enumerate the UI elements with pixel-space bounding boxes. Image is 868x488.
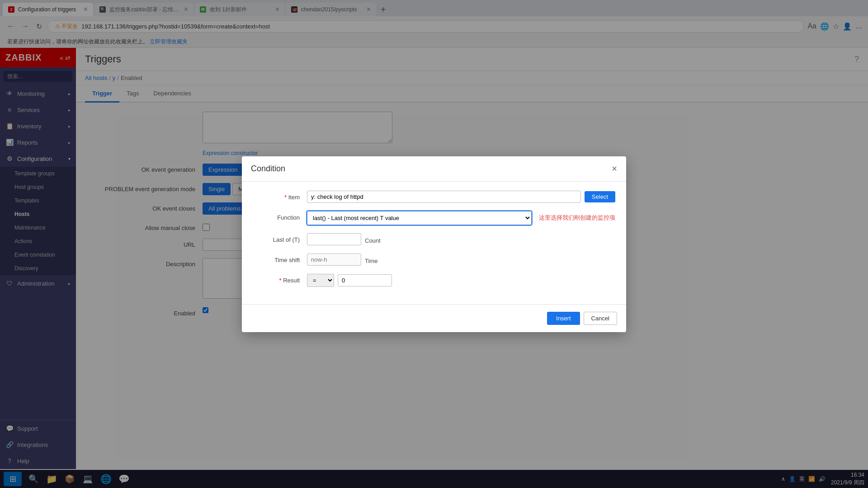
modal-function-field: last() - Last (most recent) T value avg(… <box>307 211 615 225</box>
modal-header: Condition × <box>242 156 626 182</box>
condition-modal: Condition × * Item Select Function <box>242 156 626 332</box>
modal-item-label: * Item <box>253 191 307 201</box>
result-value-input[interactable] <box>338 274 392 286</box>
count-label: Count <box>365 234 381 244</box>
modal-timeshift-field: Time <box>307 253 615 266</box>
modal-body: * Item Select Function last() - Last (mo… <box>242 182 626 304</box>
last-of-t-input[interactable] <box>307 233 361 245</box>
modal-last-field: Count <box>307 233 615 245</box>
time-label: Time <box>365 254 377 264</box>
item-input[interactable] <box>307 191 581 203</box>
modal-timeshift-label: Time shift <box>253 253 307 263</box>
modal-result-row: * Result = <> > >= < <= <box>253 274 615 287</box>
modal-overlay: Condition × * Item Select Function <box>0 0 868 469</box>
modal-result-field: = <> > >= < <= <box>307 274 615 287</box>
annotation-text: 这里选择我们刚创建的监控项 <box>539 214 615 222</box>
function-select[interactable]: last() - Last (most recent) T value avg(… <box>307 211 532 225</box>
modal-close-button[interactable]: × <box>612 164 617 174</box>
modal-last-row: Last of (T) Count <box>253 233 615 245</box>
modal-title: Condition <box>251 164 285 174</box>
result-operator-select[interactable]: = <> > >= < <= <box>307 274 334 287</box>
result-required-asterisk: * <box>279 277 283 284</box>
modal-function-row: Function last() - Last (most recent) T v… <box>253 211 615 225</box>
modal-function-label: Function <box>253 211 307 221</box>
modal-timeshift-row: Time shift Time <box>253 253 615 266</box>
modal-last-label: Last of (T) <box>253 233 307 243</box>
modal-cancel-button[interactable]: Cancel <box>584 312 617 325</box>
insert-button[interactable]: Insert <box>547 312 580 325</box>
time-shift-input[interactable] <box>307 253 361 266</box>
modal-result-label: * Result <box>253 274 307 284</box>
modal-footer: Insert Cancel <box>242 304 626 332</box>
modal-item-field: Select <box>307 191 615 203</box>
required-asterisk: * <box>284 194 288 201</box>
select-button[interactable]: Select <box>585 191 615 202</box>
modal-item-row: * Item Select <box>253 191 615 203</box>
